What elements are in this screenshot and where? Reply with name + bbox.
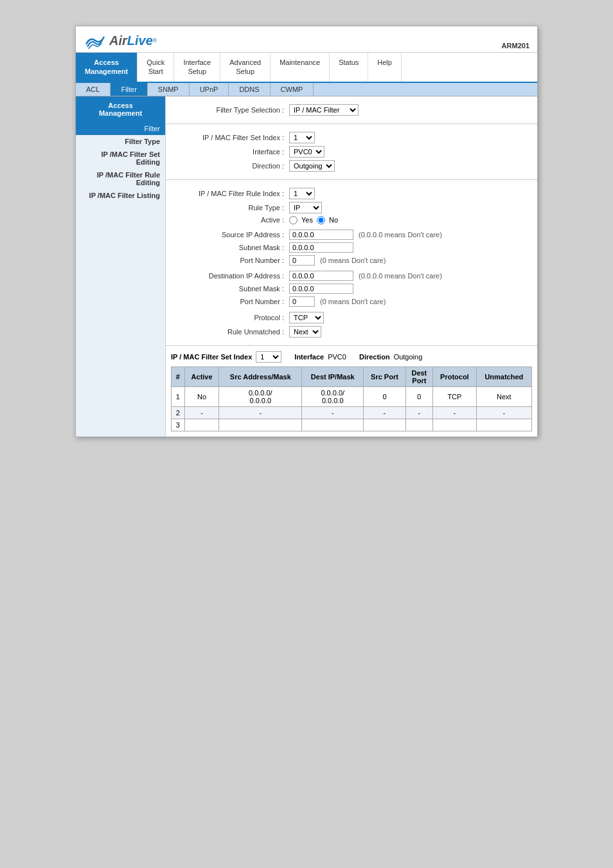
- filter-type-select[interactable]: IP / MAC Filter Application Filter URL F…: [289, 104, 359, 116]
- nav-item-advanced-setup[interactable]: AdvancedSetup: [220, 53, 271, 82]
- src-mask-input[interactable]: [289, 242, 353, 253]
- col-dest: Dest IP/Mask: [302, 366, 364, 386]
- src-ip-label: Source IP Address :: [173, 231, 289, 239]
- filter-rule-index-label: IP / MAC Filter Rule Index :: [173, 190, 289, 197]
- dest-ip-input[interactable]: [289, 271, 353, 281]
- src-port-hint: (0 means Don't care): [320, 257, 386, 264]
- row2-num: 2: [172, 406, 185, 419]
- nav-item-quick-start[interactable]: QuickStart: [138, 53, 174, 82]
- section-filter-rule: IP /MAC Filter Rule Editing: [76, 168, 165, 189]
- listing-index-select[interactable]: 1: [256, 351, 281, 363]
- filter-rule-active-yes-radio[interactable]: [289, 216, 298, 224]
- filter-set-interface-select[interactable]: PVC0PVC1PVC2: [289, 146, 324, 158]
- subnav-snmp[interactable]: SNMP: [148, 83, 190, 96]
- filter-set-section: IP / MAC Filter Set Index : 1234 Interfa…: [166, 124, 537, 180]
- filter-set-index-row: IP / MAC Filter Set Index : 1234: [173, 132, 529, 143]
- dest-port-row: Port Number : (0 means Don't care): [173, 296, 529, 307]
- main-panel: Filter Type Selection : IP / MAC Filter …: [166, 96, 537, 437]
- nav-bar: AccessManagement QuickStart InterfaceSet…: [76, 53, 537, 83]
- dest-ip-label: Destination IP Address :: [173, 272, 289, 280]
- dest-port-label: Port Number :: [173, 298, 289, 305]
- row3-active: [184, 419, 219, 431]
- row1-srcport: 0: [364, 386, 405, 406]
- left-panel: AccessManagement Filter Filter Type IP /…: [76, 96, 166, 437]
- protocol-label: Protocol :: [173, 314, 289, 321]
- col-src-port: Src Port: [364, 366, 405, 386]
- row1-num: 1: [172, 386, 185, 406]
- filter-set-index-select[interactable]: 1234: [289, 132, 315, 143]
- filter-rule-active-no-radio[interactable]: [317, 216, 325, 224]
- subnav-acl[interactable]: ACL: [76, 83, 111, 96]
- registered-symbol: ®: [153, 37, 157, 44]
- filter-set-direction-label: Direction :: [173, 162, 289, 170]
- filter-set-interface-row: Interface : PVC0PVC1PVC2: [173, 146, 529, 158]
- filter-set-interface-label: Interface :: [173, 148, 289, 156]
- dest-mask-label: Subnet Mask :: [173, 285, 289, 293]
- section-filter-set: IP /MAC Filter Set Editing: [76, 148, 165, 168]
- subnav-cwmp[interactable]: CWMP: [271, 83, 314, 96]
- src-mask-row: Subnet Mask :: [173, 242, 529, 253]
- unmatched-select[interactable]: NextDrop: [289, 326, 321, 338]
- src-ip-input[interactable]: [289, 230, 353, 240]
- row2-active: -: [184, 406, 219, 419]
- listing-interface-value: PVC0: [328, 353, 346, 361]
- row3-unmatched: [476, 419, 531, 431]
- left-panel-title: AccessManagement: [76, 96, 165, 122]
- dest-port-input[interactable]: [289, 296, 315, 307]
- col-protocol: Protocol: [433, 366, 477, 386]
- row3-src: [219, 419, 302, 431]
- row1-active: No: [184, 386, 219, 406]
- protocol-select[interactable]: TCPUDPICMPAny: [289, 312, 324, 323]
- row2-src: -: [219, 406, 302, 419]
- listing-interface-label: Interface: [294, 353, 324, 361]
- subnav-upnp[interactable]: UPnP: [190, 83, 229, 96]
- nav-item-help[interactable]: Help: [368, 53, 402, 82]
- listing-index-label: IP / MAC Filter Set Index: [171, 353, 252, 361]
- src-ip-row: Source IP Address : (0.0.0.0 means Don't…: [173, 230, 529, 240]
- col-num: #: [172, 366, 185, 386]
- logo: Air Live ®: [84, 32, 157, 50]
- filter-rule-type-row: Rule Type : IPMAC: [173, 202, 529, 213]
- nav-item-status[interactable]: Status: [330, 53, 368, 82]
- row1-destport: 0: [405, 386, 432, 406]
- subnav-filter[interactable]: Filter: [111, 83, 147, 96]
- nav-item-maintenance[interactable]: Maintenance: [271, 53, 330, 82]
- filter-rule-active-group: Yes No: [289, 216, 338, 224]
- filter-listing-section: IP / MAC Filter Set Index 1 Interface PV…: [166, 346, 537, 437]
- row3-protocol: [433, 419, 477, 431]
- filter-rule-type-select[interactable]: IPMAC: [289, 202, 322, 213]
- filter-rule-index-row: IP / MAC Filter Rule Index : 123: [173, 188, 529, 199]
- row2-dest: -: [302, 406, 364, 419]
- nav-item-interface-setup[interactable]: InterfaceSetup: [174, 53, 220, 82]
- filter-rule-active-row: Active : Yes No: [173, 216, 529, 224]
- col-dest-port: DestPort: [405, 366, 432, 386]
- row2-srcport: -: [364, 406, 405, 419]
- filter-rule-active-label: Active :: [173, 216, 289, 224]
- dest-ip-row: Destination IP Address : (0.0.0.0 means …: [173, 271, 529, 281]
- left-panel-filter[interactable]: Filter: [76, 122, 165, 135]
- filter-type-label: Filter Type Selection :: [173, 106, 289, 114]
- unmatched-label: Rule Unmatched :: [173, 328, 289, 336]
- filter-rule-section: IP / MAC Filter Rule Index : 123 Rule Ty…: [166, 180, 537, 346]
- row1-src: 0.0.0.0/0.0.0.0: [219, 386, 302, 406]
- filter-set-direction-row: Direction : OutgoingIncoming: [173, 160, 529, 172]
- nav-item-access-management[interactable]: AccessManagement: [76, 53, 138, 82]
- col-src: Src Address/Mask: [219, 366, 302, 386]
- src-port-row: Port Number : (0 means Don't care): [173, 255, 529, 266]
- src-port-label: Port Number :: [173, 257, 289, 264]
- filter-rule-index-select[interactable]: 123: [289, 188, 315, 199]
- filter-table: # Active Src Address/Mask Dest IP/Mask S…: [171, 366, 532, 431]
- src-port-input[interactable]: [289, 255, 315, 266]
- row2-protocol: -: [433, 406, 477, 419]
- row3-destport: [405, 419, 432, 431]
- protocol-row: Protocol : TCPUDPICMPAny: [173, 312, 529, 323]
- table-row: 2 - - - - - - -: [172, 406, 532, 419]
- filter-rule-type-label: Rule Type :: [173, 204, 289, 212]
- subnav: ACL Filter SNMP UPnP DDNS CWMP: [76, 83, 537, 96]
- filter-set-direction-select[interactable]: OutgoingIncoming: [289, 160, 335, 172]
- listing-direction-label: Direction: [359, 353, 390, 361]
- filter-set-index-label: IP / MAC Filter Set Index :: [173, 134, 289, 141]
- dest-mask-input[interactable]: [289, 284, 353, 294]
- row1-unmatched: Next: [476, 386, 531, 406]
- subnav-ddns[interactable]: DDNS: [229, 83, 270, 96]
